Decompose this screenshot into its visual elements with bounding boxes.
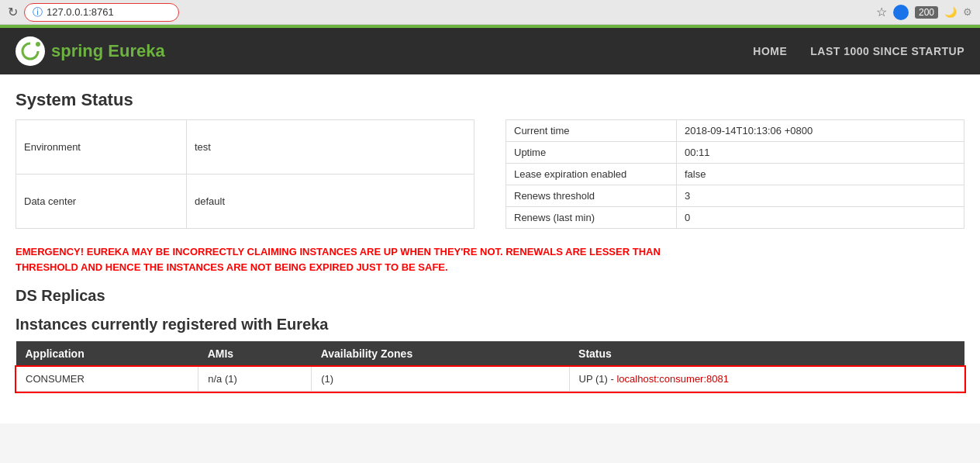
table-row: Data center default — [16, 174, 474, 229]
instances-title: Instances currently registered with Eure… — [16, 316, 964, 333]
renews-threshold-label: Renews threshold — [506, 185, 677, 207]
moon-icon: 🌙 — [944, 6, 957, 18]
consumer-availability-zones: (1) — [312, 367, 569, 392]
col-amis: AMIs — [198, 341, 312, 367]
settings-dots: ⚙ — [963, 6, 972, 18]
table-row: Uptime 00:11 — [506, 142, 964, 164]
spring-logo-icon — [16, 36, 45, 66]
browser-actions: ☆ 200 🌙 ⚙ — [876, 5, 972, 20]
top-nav: spring Eureka HOME LAST 1000 SINCE START… — [0, 28, 980, 74]
consumer-status: UP (1) - localhost:consumer:8081 — [569, 367, 964, 392]
main-content: System Status Environment test Data cent… — [0, 74, 980, 423]
lease-value: false — [677, 164, 964, 185]
col-availability-zones: Availability Zones — [312, 341, 569, 367]
datacenter-label: Data center — [16, 174, 187, 229]
uptime-value: 00:11 — [677, 142, 964, 164]
info-icon: ⓘ — [33, 5, 43, 19]
datacenter-value: default — [187, 174, 474, 229]
table-row: CONSUMER n/a (1) (1) UP (1) - localhost:… — [16, 367, 964, 392]
logo-area: spring Eureka — [16, 36, 165, 66]
instance-link[interactable]: localhost:consumer:8081 — [616, 373, 729, 385]
left-status-table: Environment test Data center default — [16, 119, 474, 229]
consumer-amis: n/a (1) — [198, 367, 312, 392]
table-row: Environment test — [16, 120, 474, 174]
system-status-title: System Status — [16, 90, 964, 110]
current-time-label: Current time — [506, 120, 677, 142]
current-time-value: 2018-09-14T10:13:06 +0800 — [677, 120, 964, 142]
bookmark-icon[interactable]: ☆ — [876, 5, 887, 19]
last-1000-nav-link[interactable]: LAST 1000 SINCE STARTUP — [810, 45, 964, 57]
col-status: Status — [569, 341, 964, 367]
status-tables: Environment test Data center default Cur… — [16, 119, 964, 229]
consumer-application: CONSUMER — [16, 367, 198, 392]
count-display: 200 — [915, 6, 938, 19]
right-status-table: Current time 2018-09-14T10:13:06 +0800 U… — [506, 119, 964, 229]
table-row: Current time 2018-09-14T10:13:06 +0800 — [506, 120, 964, 142]
home-nav-link[interactable]: HOME — [753, 45, 787, 57]
emergency-message: EMERGENCY! EUREKA MAY BE INCORRECTLY CLA… — [16, 244, 964, 275]
address-bar[interactable]: ⓘ 127.0.0.1:8761 — [24, 3, 179, 22]
uptime-label: Uptime — [506, 142, 677, 164]
col-application: Application — [16, 341, 198, 367]
nav-links: HOME LAST 1000 SINCE STARTUP — [753, 45, 964, 57]
renews-lastmin-value: 0 — [677, 207, 964, 229]
table-row: Lease expiration enabled false — [506, 164, 964, 185]
env-label: Environment — [16, 120, 187, 174]
ds-replicas-title: DS Replicas — [16, 287, 964, 305]
renews-threshold-value: 3 — [677, 185, 964, 207]
refresh-icon[interactable]: ↻ — [8, 5, 18, 19]
address-text: 127.0.0.1:8761 — [47, 6, 114, 18]
lease-label: Lease expiration enabled — [506, 164, 677, 185]
instances-table-header: Application AMIs Availability Zones Stat… — [16, 341, 964, 367]
svg-point-1 — [36, 42, 40, 47]
table-row: Renews (last min) 0 — [506, 207, 964, 229]
renews-lastmin-label: Renews (last min) — [506, 207, 677, 229]
instances-table-body: CONSUMER n/a (1) (1) UP (1) - localhost:… — [16, 367, 964, 392]
instances-table: Application AMIs Availability Zones Stat… — [16, 341, 964, 392]
env-value: test — [187, 120, 474, 174]
logo-text: spring Eureka — [51, 41, 165, 61]
extension-badge — [893, 5, 909, 20]
browser-chrome: ↻ ⓘ 127.0.0.1:8761 ☆ 200 🌙 ⚙ — [0, 0, 980, 25]
table-row: Renews threshold 3 — [506, 185, 964, 207]
